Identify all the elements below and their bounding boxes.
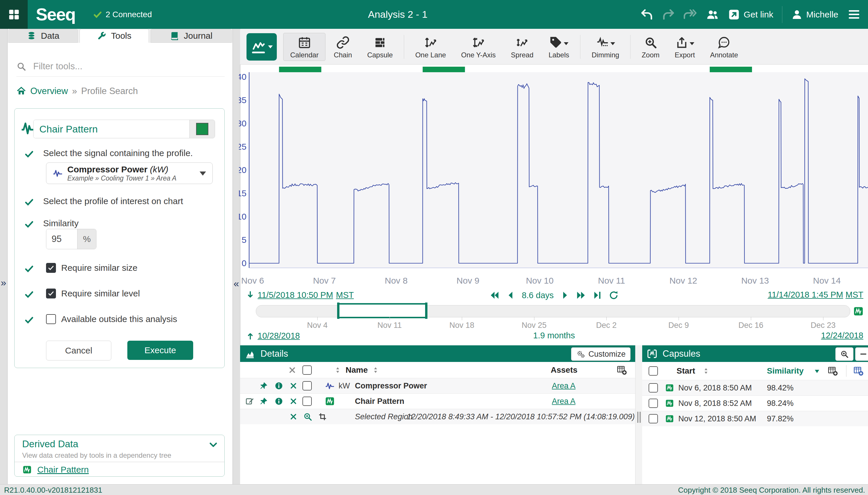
crop-icon[interactable]	[318, 412, 327, 421]
hamburger-menu-button[interactable]	[847, 9, 861, 20]
capsule-bar[interactable]	[423, 67, 465, 72]
require-similar-level-checkbox[interactable]	[46, 289, 56, 298]
tool-name-input[interactable]	[34, 120, 189, 138]
toolbar-button-calendar[interactable]: Calendar	[283, 33, 326, 61]
row-checkbox[interactable]	[649, 399, 658, 408]
get-link-button[interactable]: Get link	[728, 8, 773, 21]
tab-journal[interactable]: Journal	[151, 29, 232, 43]
capsule-row[interactable]: Nov 12, 2018 8:50 AM 97.82%	[642, 411, 868, 426]
execute-button[interactable]: Execute	[127, 341, 193, 360]
cancel-button[interactable]: Cancel	[46, 341, 111, 360]
range-duration[interactable]: 8.6 days	[522, 291, 554, 300]
add-column-icon[interactable]	[828, 366, 838, 376]
toolbar-button-capsule[interactable]: Capsule	[360, 33, 400, 61]
connection-status[interactable]: 2 Connected	[93, 10, 152, 19]
view-mode-dropdown[interactable]	[247, 33, 277, 61]
range-end-tz[interactable]: MST	[846, 290, 863, 300]
customize-button[interactable]: Customize	[571, 347, 631, 361]
undo-button[interactable]	[640, 8, 653, 21]
range-end-date[interactable]: 11/14/2018 1:45 PM	[768, 290, 843, 300]
capsule-bar[interactable]	[279, 67, 321, 72]
remove-icon[interactable]	[290, 382, 297, 390]
row-name[interactable]: Chair Pattern	[355, 397, 404, 406]
tab-tools[interactable]: Tools	[80, 29, 149, 43]
range-start-date[interactable]: 11/5/2018 10:50 PM	[257, 290, 333, 300]
remove-icon[interactable]	[290, 413, 297, 421]
capsule-icon[interactable]	[853, 306, 864, 317]
investigate-end-date[interactable]: 12/24/2018	[821, 331, 863, 340]
toolbar-button-annotate[interactable]: Annotate	[703, 33, 745, 61]
chevron-down-icon[interactable]	[208, 440, 218, 449]
asset-link[interactable]: Area A	[552, 381, 575, 391]
toolbar-button-export[interactable]: Export	[668, 33, 702, 61]
available-outside-checkbox[interactable]	[46, 314, 56, 324]
auto-update-button[interactable]	[608, 290, 619, 301]
pin-icon[interactable]	[259, 381, 268, 390]
toolbar-button-zoom[interactable]: Zoom	[635, 33, 666, 61]
row-name[interactable]: Compressor Power	[355, 381, 427, 391]
timeline-track[interactable]	[256, 305, 850, 318]
column-start[interactable]: Start	[677, 366, 695, 376]
details-row-compressor-power[interactable]: kW Compressor Power Area A	[240, 378, 635, 393]
range-start-tz[interactable]: MST	[336, 290, 354, 300]
row-checkbox[interactable]	[649, 414, 658, 423]
select-all-checkbox[interactable]	[649, 366, 658, 376]
details-row-selected-region[interactable]: Selected Region 12/20/2018 8:49:33 AM - …	[240, 409, 635, 424]
derived-data-item[interactable]: Chair Pattern	[22, 465, 89, 475]
signal-select-dropdown[interactable]: Compressor Power (kW) Example » Cooling …	[46, 163, 213, 184]
details-row-chair-pattern[interactable]: Chair Pattern Area A	[240, 393, 635, 409]
color-picker-button[interactable]	[189, 120, 215, 138]
step-back-button[interactable]	[505, 290, 516, 301]
home-icon[interactable]	[16, 86, 26, 96]
toolbar-button-dimming[interactable]: Dimming	[584, 33, 626, 61]
row-checkbox[interactable]	[302, 381, 312, 391]
toolbar-button-spread[interactable]: Spread	[504, 33, 540, 61]
tab-data[interactable]: Data	[9, 29, 78, 43]
app-grid-button[interactable]	[0, 0, 28, 29]
pin-icon[interactable]	[259, 397, 268, 406]
collapse-panel-button[interactable]	[855, 347, 868, 361]
column-similarity[interactable]: Similarity	[767, 366, 804, 376]
sort-icon[interactable]	[334, 366, 341, 374]
column-assets[interactable]: Assets	[551, 365, 578, 375]
step-forward-button[interactable]	[560, 290, 570, 301]
similarity-input[interactable]	[46, 229, 77, 249]
toolbar-button-chain[interactable]: Chain	[327, 33, 359, 61]
toolbar-button-labels[interactable]: Labels	[542, 33, 576, 61]
collapse-sidebar-handle[interactable]: «	[233, 278, 239, 289]
remove-all-icon[interactable]	[288, 366, 296, 374]
filter-tools-input[interactable]	[33, 61, 180, 72]
select-all-checkbox[interactable]	[302, 365, 312, 375]
capsule-row[interactable]: Nov 6, 2018 8:50 AM 98.42%	[642, 380, 868, 395]
zoom-to-capsule-button[interactable]	[835, 347, 853, 361]
capsule-row[interactable]: Nov 8, 2018 8:52 AM 98.24%	[642, 395, 868, 411]
toolbar-button-one-y-axis[interactable]: One Y-Axis	[454, 33, 503, 61]
column-name[interactable]: Name	[346, 365, 368, 375]
add-column-icon[interactable]	[617, 365, 627, 375]
sort-icon[interactable]	[702, 367, 710, 375]
expand-left-panel-handle[interactable]: »	[0, 277, 7, 288]
toolbar-button-one-lane[interactable]: One Lane	[408, 33, 453, 61]
timeline-selected-window[interactable]	[338, 303, 427, 318]
breadcrumb-overview[interactable]: Overview	[30, 86, 68, 96]
user-menu[interactable]: Michelle	[791, 9, 838, 20]
redo-button[interactable]	[662, 8, 675, 21]
investigate-duration[interactable]: 1.9 months	[533, 331, 575, 340]
info-icon[interactable]	[274, 381, 283, 390]
panel-splitter[interactable]	[635, 345, 643, 484]
arrow-up-icon[interactable]	[246, 331, 255, 341]
step-forward-fast-button[interactable]	[576, 290, 586, 301]
users-icon[interactable]	[706, 8, 719, 21]
step-back-fast-button[interactable]	[489, 290, 500, 301]
row-checkbox[interactable]	[649, 383, 658, 393]
investigate-start-date[interactable]: 10/28/2018	[257, 331, 300, 341]
redo-all-button[interactable]	[684, 8, 697, 21]
trend-chart[interactable]: 0510152025303540Nov 6Nov 7Nov 8Nov 9Nov …	[239, 65, 868, 288]
step-to-end-button[interactable]	[592, 290, 603, 301]
capsule-bar[interactable]	[710, 67, 752, 72]
zoom-to-region-icon[interactable]	[303, 412, 312, 421]
require-similar-size-checkbox[interactable]	[46, 263, 56, 273]
arrow-down-icon[interactable]	[246, 290, 255, 300]
sort-icon[interactable]	[372, 366, 379, 374]
add-stat-column-icon[interactable]	[853, 366, 864, 376]
